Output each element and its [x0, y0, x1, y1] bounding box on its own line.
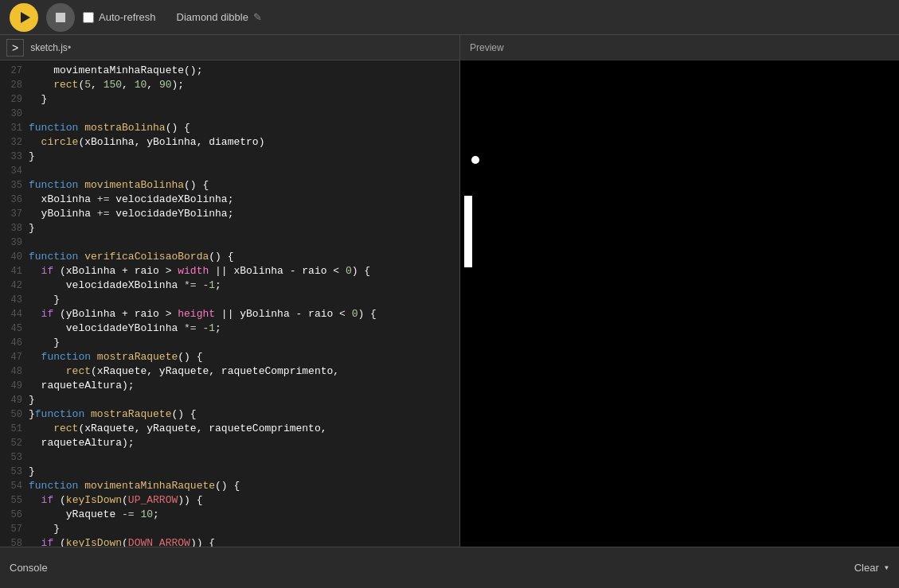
table-row: 40function verificaColisaoBorda() {	[0, 250, 459, 264]
line-content: function mostraRaquete() {	[29, 350, 459, 364]
line-content: }	[29, 293, 459, 307]
line-content: rect(xRaquete, yRaquete, raqueteComprime…	[29, 422, 459, 436]
line-content: movimentaMinhaRaquete();	[29, 64, 459, 78]
line-number: 36	[0, 193, 29, 207]
table-row: 34	[0, 164, 459, 178]
line-number: 46	[0, 336, 29, 350]
line-number: 33	[0, 150, 29, 164]
table-row: 56 yRaquete -= 10;	[0, 508, 459, 522]
preview-header: Preview	[460, 35, 899, 60]
line-number: 43	[0, 293, 29, 307]
line-number: 53	[0, 450, 29, 465]
ball	[471, 156, 479, 164]
console-label: Console	[10, 562, 48, 574]
preview-panel: Preview	[460, 35, 899, 547]
line-content: }	[29, 336, 459, 350]
table-row: 51 rect(xRaquete, yRaquete, raqueteCompr…	[0, 422, 459, 436]
preview-label: Preview	[470, 42, 504, 53]
line-number: 40	[0, 250, 29, 264]
line-content: }function mostraRaquete() {	[29, 407, 459, 422]
main-area: > sketch.js• 27 movimentaMinhaRaquete();…	[0, 35, 899, 547]
code-panel: > sketch.js• 27 movimentaMinhaRaquete();…	[0, 35, 460, 547]
line-content: yRaquete -= 10;	[29, 508, 459, 522]
line-content: }	[29, 465, 459, 479]
line-content: circle(xBolinha, yBolinha, diametro)	[29, 135, 459, 150]
table-row: 42 velocidadeXBolinha *= -1;	[0, 278, 459, 293]
console-bar: Console Clear ▾	[0, 547, 899, 588]
table-row: 30	[0, 107, 459, 121]
line-number: 55	[0, 493, 29, 508]
auto-refresh-label: Auto-refresh	[83, 11, 156, 23]
clear-button[interactable]: Clear	[854, 562, 879, 574]
table-row: 53	[0, 450, 459, 465]
line-content	[29, 164, 459, 178]
stop-button[interactable]	[46, 3, 75, 32]
table-row: 58 if (keyIsDown(DOWN_ARROW)) {	[0, 536, 459, 547]
table-row: 44 if (yBolinha + raio > height || yBoli…	[0, 307, 459, 321]
line-content	[29, 107, 459, 121]
sketch-name: Diamond dibble ✎	[177, 11, 262, 23]
table-row: 52 raqueteAltura);	[0, 436, 459, 450]
file-tab: > sketch.js•	[0, 35, 459, 60]
table-row: 35function movimentaBolinha() {	[0, 178, 459, 193]
line-content: function movimentaMinhaRaquete() {	[29, 479, 459, 493]
table-row: 31function mostraBolinha() {	[0, 121, 459, 135]
line-number: 52	[0, 436, 29, 450]
line-number: 58	[0, 536, 29, 547]
line-content: if (keyIsDown(UP_ARROW)) {	[29, 493, 459, 508]
line-number: 44	[0, 307, 29, 321]
collapse-arrow[interactable]: >	[6, 39, 24, 56]
line-number: 57	[0, 522, 29, 536]
line-number: 53	[0, 465, 29, 479]
line-content	[29, 450, 459, 465]
table-row: 32 circle(xBolinha, yBolinha, diametro)	[0, 135, 459, 150]
line-content: function movimentaBolinha() {	[29, 178, 459, 193]
line-content: yBolinha += velocidadeYBolinha;	[29, 207, 459, 221]
line-content: function verificaColisaoBorda() {	[29, 250, 459, 264]
line-number: 31	[0, 121, 29, 135]
paddle	[464, 196, 472, 267]
line-number: 35	[0, 178, 29, 193]
line-content	[29, 236, 459, 250]
table-row: 33}	[0, 150, 459, 164]
line-number: 37	[0, 207, 29, 221]
line-content: if (yBolinha + raio > height || yBolinha…	[29, 307, 459, 321]
line-number: 30	[0, 107, 29, 121]
table-row: 47 function mostraRaquete() {	[0, 350, 459, 364]
line-number: 49	[0, 393, 29, 407]
table-row: 48 rect(xRaquete, yRaquete, raqueteCompr…	[0, 364, 459, 379]
auto-refresh-checkbox[interactable]	[83, 12, 94, 23]
line-content: rect(5, 150, 10, 90);	[29, 78, 459, 92]
line-number: 28	[0, 78, 29, 92]
line-number: 34	[0, 164, 29, 178]
line-number: 27	[0, 64, 29, 78]
table-row: 53}	[0, 465, 459, 479]
table-row: 55 if (keyIsDown(UP_ARROW)) {	[0, 493, 459, 508]
line-content: }	[29, 150, 459, 164]
line-content: velocidadeXBolinha *= -1;	[29, 278, 459, 293]
table-row: 27 movimentaMinhaRaquete();	[0, 64, 459, 78]
file-name: sketch.js•	[30, 42, 71, 53]
line-number: 45	[0, 321, 29, 336]
table-row: 36 xBolinha += velocidadeXBolinha;	[0, 193, 459, 207]
line-number: 56	[0, 508, 29, 522]
table-row: 46 }	[0, 336, 459, 350]
toolbar: Auto-refresh Diamond dibble ✎	[0, 0, 899, 35]
line-number: 49	[0, 379, 29, 393]
line-content: }	[29, 92, 459, 107]
chevron-down-icon: ▾	[884, 562, 889, 574]
line-number: 39	[0, 236, 29, 250]
console-right: Clear ▾	[854, 562, 889, 574]
line-number: 29	[0, 92, 29, 107]
table-row: 43 }	[0, 293, 459, 307]
table-row: 54function movimentaMinhaRaquete() {	[0, 479, 459, 493]
table-row: 37 yBolinha += velocidadeYBolinha;	[0, 207, 459, 221]
edit-icon[interactable]: ✎	[253, 11, 262, 23]
code-body[interactable]: 27 movimentaMinhaRaquete();28 rect(5, 15…	[0, 60, 459, 547]
line-number: 47	[0, 350, 29, 364]
line-content: raqueteAltura);	[29, 436, 459, 450]
line-number: 51	[0, 422, 29, 436]
play-button[interactable]	[10, 3, 38, 32]
table-row: 38}	[0, 221, 459, 236]
line-number: 38	[0, 221, 29, 236]
